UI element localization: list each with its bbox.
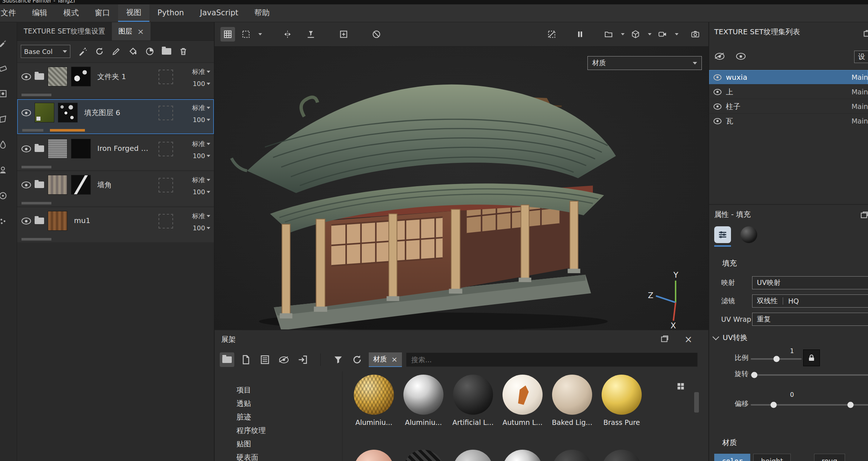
menu-help[interactable]: 帮助 bbox=[246, 4, 278, 22]
material-tile[interactable]: Aluminiu... bbox=[353, 375, 394, 426]
material-tile[interactable]: Artificial L... bbox=[453, 375, 493, 426]
layer-thumbnail[interactable] bbox=[48, 175, 67, 195]
rotation-slider[interactable] bbox=[751, 374, 868, 376]
particles-tool-icon[interactable] bbox=[0, 214, 10, 228]
eraser-tool-icon[interactable] bbox=[0, 61, 10, 75]
filter-funnel-icon[interactable] bbox=[331, 352, 345, 367]
tab-properties-sliders[interactable] bbox=[714, 226, 731, 253]
hide-all-eye-icon[interactable] bbox=[715, 53, 724, 60]
smudge-tool-icon[interactable] bbox=[0, 137, 10, 152]
texture-set-grid-icon[interactable] bbox=[220, 27, 235, 42]
layer-visibility-eye-icon[interactable] bbox=[21, 218, 31, 224]
scale-slider[interactable] bbox=[751, 358, 802, 360]
material-tile[interactable]: Aluminiu... bbox=[403, 375, 444, 426]
blend-mode-select[interactable]: 标准 bbox=[192, 103, 210, 112]
delete-layer-icon[interactable] bbox=[176, 44, 191, 59]
material-tile[interactable]: Autumn L... bbox=[502, 375, 543, 426]
show-all-eye-icon[interactable] bbox=[736, 53, 746, 60]
opacity-select[interactable]: 100 bbox=[193, 224, 210, 232]
add-view-icon[interactable] bbox=[336, 27, 351, 42]
layer-row-selected[interactable]: 填充图层 6 标准 100 bbox=[17, 99, 214, 134]
filtering-select[interactable]: 双线性HQ bbox=[752, 294, 868, 308]
blend-mode-select[interactable]: 标准 bbox=[192, 140, 210, 148]
symmetry-icon[interactable] bbox=[280, 27, 295, 42]
texture-set-row[interactable]: 上 Main s bbox=[709, 84, 868, 99]
uv-wrap-select[interactable]: 重复 bbox=[752, 313, 868, 326]
search-input[interactable] bbox=[406, 353, 697, 367]
blend-mode-select[interactable]: 标准 bbox=[192, 176, 210, 184]
undock-icon[interactable] bbox=[657, 332, 672, 347]
layer-row[interactable]: Iron Forged … 标准 100 bbox=[17, 135, 214, 170]
layer-mask-thumbnail[interactable] bbox=[71, 139, 91, 159]
layer-row[interactable]: 文件夹 1 标准 100 bbox=[17, 63, 214, 98]
undock-icon[interactable] bbox=[860, 27, 868, 41]
tab-properties-material-sphere[interactable] bbox=[740, 226, 757, 253]
layer-visibility-eye-icon[interactable] bbox=[21, 181, 31, 188]
menu-view[interactable]: 视图 bbox=[118, 4, 149, 22]
material-tile[interactable] bbox=[552, 450, 593, 461]
hidden-resources-eye-icon[interactable] bbox=[277, 352, 291, 367]
hide-ui-icon[interactable] bbox=[544, 27, 559, 42]
layer-thumbnail[interactable] bbox=[48, 211, 67, 231]
menu-python[interactable]: Python bbox=[149, 4, 192, 22]
viewport-3d[interactable]: 材质 Y Z X bbox=[215, 47, 708, 329]
scrollbar[interactable] bbox=[694, 392, 699, 413]
channel-filter-select[interactable]: Base Col bbox=[21, 45, 70, 58]
opacity-select[interactable]: 100 bbox=[193, 80, 210, 87]
layer-name[interactable]: 文件夹 1 bbox=[97, 72, 155, 82]
mesh-display-dropdown[interactable] bbox=[628, 27, 652, 42]
texture-set-row[interactable]: 瓦 Main s bbox=[709, 113, 868, 128]
layer-name[interactable]: 填充图层 6 bbox=[84, 108, 155, 118]
add-fill-layer-icon[interactable] bbox=[126, 44, 140, 59]
new-resource-icon[interactable] bbox=[239, 352, 253, 367]
close-panel-icon[interactable]: × bbox=[684, 334, 692, 345]
tab-layers[interactable]: 图层 × bbox=[112, 22, 150, 40]
material-tile[interactable]: Brass Pure bbox=[601, 375, 642, 426]
material-tile[interactable] bbox=[601, 450, 642, 461]
menu-window[interactable]: 窗口 bbox=[87, 4, 118, 22]
menu-file[interactable]: 文件 bbox=[0, 4, 24, 22]
material-picker-tool-icon[interactable] bbox=[0, 188, 10, 203]
opacity-select[interactable]: 100 bbox=[193, 188, 210, 196]
close-tab-icon[interactable]: × bbox=[137, 27, 144, 36]
remove-filter-icon[interactable]: × bbox=[391, 355, 398, 364]
category-item[interactable]: 透贴 bbox=[236, 397, 342, 410]
material-tile[interactable] bbox=[403, 450, 444, 461]
category-item[interactable]: 程序纹理 bbox=[236, 424, 342, 437]
layer-thumbnail[interactable] bbox=[35, 103, 54, 122]
menu-edit[interactable]: 编辑 bbox=[24, 4, 55, 22]
filter-chip-material[interactable]: 材质 × bbox=[369, 352, 402, 367]
stencil-dropdown[interactable] bbox=[239, 27, 262, 42]
layer-visibility-eye-icon[interactable] bbox=[21, 73, 31, 80]
material-tile[interactable]: Baked Lig... bbox=[552, 375, 593, 426]
projection-tool-icon[interactable] bbox=[0, 86, 10, 101]
tab-texture-set-settings[interactable]: TEXTURE SET纹理集设置 bbox=[17, 22, 112, 40]
screenshot-camera-icon[interactable] bbox=[688, 27, 703, 42]
category-item[interactable]: 项目 bbox=[236, 383, 342, 397]
display-mode-dropdown[interactable] bbox=[601, 27, 625, 42]
layer-thumbnail[interactable] bbox=[48, 67, 67, 86]
pause-engine-icon[interactable] bbox=[573, 27, 587, 42]
opacity-select[interactable]: 100 bbox=[193, 116, 210, 124]
layer-visibility-eye-icon[interactable] bbox=[21, 145, 31, 152]
scale-lock-button[interactable] bbox=[803, 349, 820, 366]
texture-set-eye-icon[interactable] bbox=[713, 74, 722, 81]
grid-view-icon[interactable] bbox=[673, 379, 688, 394]
texture-set-eye-icon[interactable] bbox=[713, 89, 722, 95]
layer-name[interactable]: 墙角 bbox=[97, 180, 155, 190]
layer-visibility-eye-icon[interactable] bbox=[21, 109, 31, 116]
material-tile[interactable] bbox=[353, 450, 394, 461]
polygon-fill-tool-icon[interactable] bbox=[0, 112, 10, 126]
disable-stencil-icon[interactable] bbox=[369, 27, 384, 42]
category-item[interactable]: 硬表面 bbox=[236, 451, 342, 461]
blend-mode-select[interactable]: 标准 bbox=[192, 212, 210, 220]
clone-tool-icon[interactable] bbox=[0, 163, 10, 177]
settings-button[interactable]: 设 bbox=[854, 51, 868, 63]
material-tile[interactable] bbox=[453, 450, 493, 461]
texture-set-row[interactable]: 柱子 Main s bbox=[709, 99, 868, 114]
viewport-material-select[interactable]: 材质 bbox=[587, 56, 702, 70]
channel-roughness-button[interactable]: roug bbox=[814, 454, 845, 461]
channel-height-button[interactable]: height bbox=[753, 454, 791, 461]
blend-mode-select[interactable]: 标准 bbox=[192, 67, 210, 76]
add-effect-icon[interactable] bbox=[75, 44, 90, 59]
